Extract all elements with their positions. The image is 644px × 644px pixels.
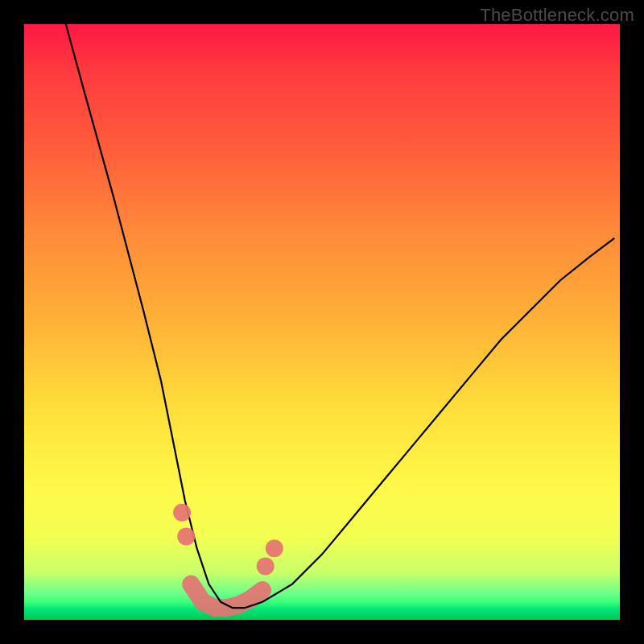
marker-group [173, 504, 283, 576]
chart-svg [24, 24, 620, 620]
data-marker [257, 557, 275, 575]
data-marker [173, 504, 191, 522]
watermark-text: TheBottleneck.com [480, 5, 634, 26]
bottleneck-curve-line [66, 24, 614, 608]
data-marker [266, 539, 283, 557]
data-marker [177, 527, 195, 545]
chart-plot-area [24, 24, 620, 620]
chart-frame: TheBottleneck.com [0, 0, 644, 644]
